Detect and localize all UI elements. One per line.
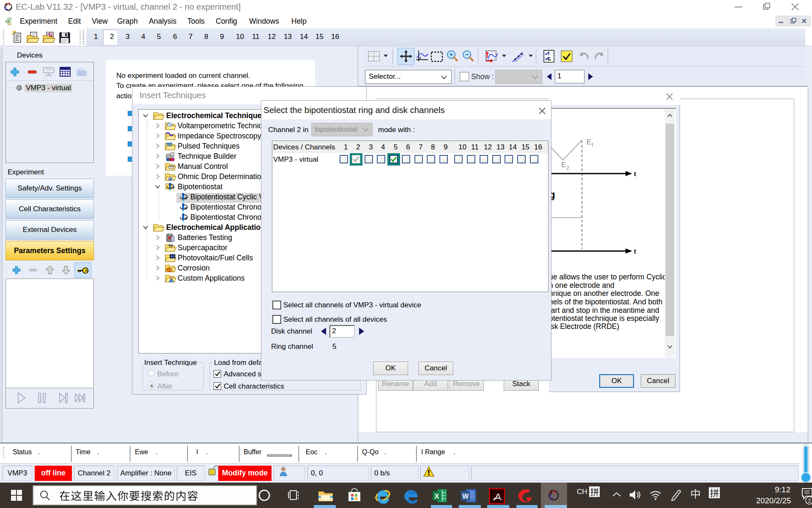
svg-text:E: E [587,138,591,146]
svg-text:hnique on another electrode. O: hnique on another electrode. One [549,289,659,298]
svg-text:iR: iR [168,177,173,181]
svg-text:E: E [561,161,566,169]
svg-text:f: f [592,142,593,148]
svg-text:otentiostat technique is espec: otentiostat technique is especially [549,314,659,323]
svg-text:W: W [462,493,469,500]
svg-text:E: E [548,56,551,61]
svg-text:2: 2 [566,165,569,171]
svg-text:tart and stop in the meantime: tart and stop in the meantime and [549,306,659,315]
svg-text:isk Electrode (RRDE): isk Electrode (RRDE) [549,322,619,331]
svg-text:t: t [634,170,636,177]
svg-text:ue allows the user to perform: ue allows the user to perform Cyclic [549,273,665,281]
svg-text:t: t [634,248,636,255]
svg-text:I: I [548,51,549,56]
svg-text:n one electrode and: n one electrode and [549,281,614,290]
svg-text:nels of the bipotentiostat. An: nels of the bipotentiostat. And both [549,298,663,306]
svg-text:X: X [434,492,439,500]
svg-text:2: 2 [808,497,811,504]
